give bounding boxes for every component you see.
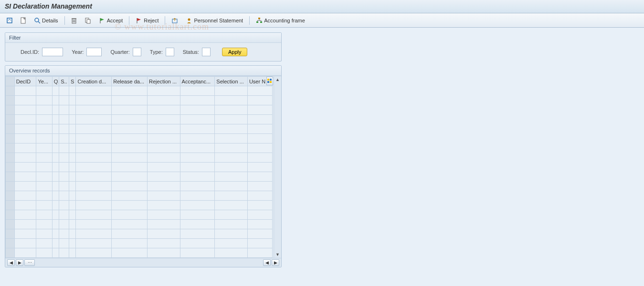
- row-selector[interactable]: [6, 172, 15, 182]
- table-cell: [59, 239, 69, 248]
- table-cell: [52, 115, 59, 124]
- vertical-scrollbar[interactable]: ▲ ▼: [274, 76, 281, 258]
- table-cell: [148, 229, 180, 239]
- table-cell: [14, 143, 36, 153]
- table-cell: [59, 86, 69, 96]
- scroll-down-button[interactable]: ▼: [274, 251, 281, 258]
- table-cell: [247, 143, 272, 153]
- select-all-header[interactable]: [6, 77, 15, 86]
- svg-rect-18: [267, 81, 269, 83]
- column-header[interactable]: Selection ...: [215, 77, 248, 86]
- copy-button[interactable]: [82, 16, 94, 25]
- row-selector[interactable]: [6, 163, 15, 172]
- table-cell: [215, 239, 248, 248]
- table-cell: [180, 153, 215, 163]
- status-input[interactable]: [202, 48, 211, 56]
- table-cell: [180, 105, 215, 115]
- reject-button[interactable]: Reject: [133, 16, 161, 25]
- declid-input[interactable]: [42, 48, 63, 56]
- table-row[interactable]: [6, 134, 273, 143]
- table-cell: [59, 163, 69, 172]
- scroll-right-button[interactable]: ◀: [263, 259, 271, 266]
- column-header[interactable]: DecID: [14, 77, 36, 86]
- column-header[interactable]: Creation d...: [76, 77, 112, 86]
- row-selector[interactable]: [6, 124, 15, 134]
- row-selector[interactable]: [6, 134, 15, 143]
- overview-panel: Overview records DecIDYe...QS..SCreation…: [5, 65, 282, 267]
- table-cell: [215, 172, 248, 182]
- table-row[interactable]: [6, 105, 273, 115]
- column-header[interactable]: Release da...: [112, 77, 148, 86]
- table-row[interactable]: [6, 96, 273, 105]
- export-button[interactable]: [169, 16, 180, 25]
- column-header[interactable]: Rejection ...: [148, 77, 180, 86]
- table-row[interactable]: [6, 239, 273, 248]
- table-row[interactable]: [6, 86, 273, 96]
- table-cell: [52, 229, 59, 239]
- table-row[interactable]: [6, 182, 273, 191]
- row-selector[interactable]: [6, 153, 15, 163]
- table-row[interactable]: [6, 163, 273, 172]
- row-selector[interactable]: [6, 239, 15, 248]
- column-header[interactable]: Q: [52, 77, 59, 86]
- table-row[interactable]: [6, 124, 273, 134]
- personnel-statement-button[interactable]: Personnel Statement: [183, 16, 245, 25]
- details-button[interactable]: Details: [32, 16, 61, 25]
- apply-button[interactable]: Apply: [222, 48, 248, 56]
- table-cell: [180, 239, 215, 248]
- column-header[interactable]: Ye...: [36, 77, 52, 86]
- row-selector[interactable]: [6, 229, 15, 239]
- table-row[interactable]: [6, 172, 273, 182]
- scroll-last-button[interactable]: ▶: [272, 259, 279, 266]
- table-cell: [14, 163, 36, 172]
- scroll-up-button[interactable]: ▲: [274, 76, 281, 83]
- column-header[interactable]: Acceptanc...: [180, 77, 215, 86]
- scroll-left-button[interactable]: ▶: [16, 259, 23, 266]
- table-settings-button[interactable]: [266, 77, 273, 85]
- row-selector[interactable]: [6, 96, 15, 105]
- table-row[interactable]: [6, 201, 273, 210]
- row-selector[interactable]: [6, 191, 15, 201]
- quarter-input[interactable]: [133, 48, 141, 56]
- row-selector[interactable]: [6, 86, 15, 96]
- new-button[interactable]: [18, 16, 29, 25]
- table-row[interactable]: [6, 153, 273, 163]
- column-config-button[interactable]: ⋯: [24, 259, 35, 266]
- table-cell: [76, 115, 112, 124]
- type-input[interactable]: [166, 48, 174, 56]
- table-cell: [36, 143, 52, 153]
- table-cell: [69, 201, 76, 210]
- document-icon: [21, 17, 26, 24]
- table-row[interactable]: [6, 248, 273, 258]
- column-header[interactable]: S: [69, 77, 76, 86]
- table-row[interactable]: [6, 143, 273, 153]
- table-cell: [148, 210, 180, 220]
- row-selector[interactable]: [6, 143, 15, 153]
- table-cell: [36, 86, 52, 96]
- table-row[interactable]: [6, 191, 273, 201]
- row-selector[interactable]: [6, 115, 15, 124]
- table-row[interactable]: [6, 229, 273, 239]
- row-selector[interactable]: [6, 220, 15, 229]
- row-selector[interactable]: [6, 201, 15, 210]
- column-header[interactable]: S..: [59, 77, 69, 86]
- accept-button[interactable]: Accept: [96, 16, 126, 25]
- accounting-frame-button[interactable]: Accounting frame: [253, 16, 307, 25]
- row-selector[interactable]: [6, 248, 15, 258]
- delete-button[interactable]: [69, 16, 79, 25]
- row-selector[interactable]: [6, 105, 15, 115]
- table-cell: [215, 153, 248, 163]
- table-row[interactable]: [6, 115, 273, 124]
- table-cell: [69, 105, 76, 115]
- row-selector[interactable]: [6, 182, 15, 191]
- scroll-first-button[interactable]: ◀: [7, 259, 15, 266]
- person-icon: [186, 17, 192, 24]
- table-cell: [36, 239, 52, 248]
- table-cell: [180, 191, 215, 201]
- table-cell: [36, 96, 52, 105]
- refresh-button[interactable]: [4, 16, 15, 25]
- table-row[interactable]: [6, 220, 273, 229]
- year-input[interactable]: [86, 48, 102, 56]
- row-selector[interactable]: [6, 210, 15, 220]
- table-row[interactable]: [6, 210, 273, 220]
